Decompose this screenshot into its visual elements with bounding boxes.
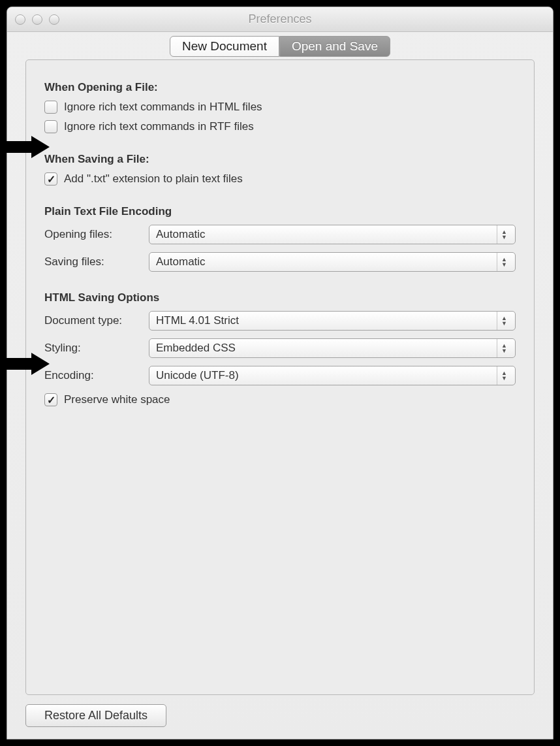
label-preserve-ws: Preserve white space [64, 393, 170, 406]
checkbox-row-ignore-rtf[interactable]: Ignore rich text commands in RTF files [44, 120, 516, 133]
section-html: HTML Saving Options Document type: HTML … [44, 291, 516, 406]
updown-icon: ▲▼ [497, 366, 511, 385]
checkbox-preserve-ws[interactable] [44, 393, 57, 406]
select-html-encoding[interactable]: Unicode (UTF-8) ▲▼ [149, 366, 516, 385]
heading-html: HTML Saving Options [44, 291, 516, 304]
select-value: Embedded CSS [156, 342, 236, 355]
footer: Restore All Defaults [25, 704, 535, 727]
label-html-encoding: Encoding: [44, 369, 149, 382]
label-ignore-html: Ignore rich text commands in HTML files [64, 101, 262, 114]
select-value: Automatic [156, 255, 206, 268]
select-styling[interactable]: Embedded CSS ▲▼ [149, 338, 516, 358]
label-styling: Styling: [44, 342, 149, 355]
select-document-type[interactable]: HTML 4.01 Strict ▲▼ [149, 311, 516, 331]
heading-saving: When Saving a File: [44, 153, 516, 166]
tab-open-and-save[interactable]: Open and Save [279, 36, 390, 57]
heading-opening: When Opening a File: [44, 81, 516, 94]
updown-icon: ▲▼ [497, 339, 511, 357]
restore-defaults-button[interactable]: Restore All Defaults [25, 704, 166, 727]
window-title: Preferences [7, 12, 553, 26]
tab-bar: New Document Open and Save [170, 36, 390, 57]
titlebar: Preferences [7, 7, 553, 32]
checkbox-ignore-rtf[interactable] [44, 120, 57, 133]
callout-arrow-icon [7, 136, 50, 158]
updown-icon: ▲▼ [497, 312, 511, 330]
checkbox-ignore-html[interactable] [44, 101, 57, 114]
section-encoding: Plain Text File Encoding Opening files: … [44, 205, 516, 272]
checkbox-row-ignore-html[interactable]: Ignore rich text commands in HTML files [44, 101, 516, 114]
section-opening: When Opening a File: Ignore rich text co… [44, 81, 516, 133]
checkbox-row-preserve-ws[interactable]: Preserve white space [44, 393, 516, 406]
heading-encoding: Plain Text File Encoding [44, 205, 516, 218]
select-value: Automatic [156, 228, 206, 241]
checkbox-row-add-txt[interactable]: Add ".txt" extension to plain text files [44, 172, 516, 186]
select-saving-encoding[interactable]: Automatic ▲▼ [149, 252, 516, 272]
section-saving: When Saving a File: Add ".txt" extension… [44, 153, 516, 186]
select-value: HTML 4.01 Strict [156, 314, 239, 327]
content: New Document Open and Save When Opening … [7, 32, 553, 739]
settings-panel: When Opening a File: Ignore rich text co… [25, 59, 535, 695]
svg-marker-0 [7, 136, 50, 158]
label-saving-files: Saving files: [44, 255, 149, 268]
callout-arrow-icon [7, 353, 50, 375]
label-ignore-rtf: Ignore rich text commands in RTF files [64, 120, 254, 133]
label-opening-files: Opening files: [44, 228, 149, 241]
updown-icon: ▲▼ [497, 253, 511, 271]
updown-icon: ▲▼ [497, 225, 511, 244]
select-value: Unicode (UTF-8) [156, 369, 239, 382]
svg-marker-1 [7, 353, 50, 375]
preferences-window: Preferences New Document Open and Save W… [7, 7, 553, 739]
checkbox-add-txt[interactable] [44, 172, 57, 186]
select-opening-encoding[interactable]: Automatic ▲▼ [149, 225, 516, 244]
tab-new-document[interactable]: New Document [170, 36, 279, 57]
label-add-txt: Add ".txt" extension to plain text files [64, 172, 243, 186]
label-document-type: Document type: [44, 314, 149, 327]
